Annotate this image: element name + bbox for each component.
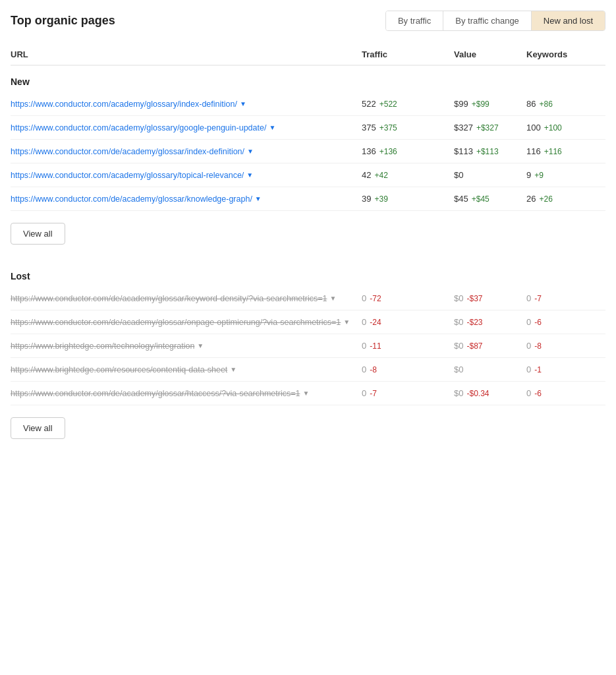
value-cell: $0 -$37 [454, 293, 526, 303]
value-cell: $327 +$327 [454, 123, 526, 132]
chevron-down-icon[interactable]: ▼ [329, 295, 336, 302]
lost-view-all-button[interactable]: View all [11, 417, 65, 439]
tab-by-traffic[interactable]: By traffic [386, 11, 443, 30]
keywords-change: +116 [544, 147, 562, 156]
url-link[interactable]: https://www.brightedge.com/technology/in… [11, 341, 194, 351]
keywords-cell: 86 +86 [526, 99, 605, 109]
tab-group: By traffic By traffic change New and los… [385, 11, 605, 31]
keywords-cell: 0 -1 [526, 365, 605, 374]
keywords-value: 26 [526, 194, 536, 204]
tab-new-and-lost[interactable]: New and lost [532, 11, 605, 30]
chevron-down-icon[interactable]: ▼ [197, 342, 204, 349]
keywords-value: 0 [526, 293, 531, 303]
value-amount: $99 [454, 99, 468, 109]
table-row: https://www.conductor.com/academy/glossa… [11, 92, 605, 116]
new-view-all-button[interactable]: View all [11, 223, 65, 245]
value-change: -$0.34 [466, 389, 489, 398]
traffic-value: 522 [362, 99, 376, 109]
traffic-cell: 375 +375 [362, 123, 454, 132]
traffic-value: 0 [362, 365, 366, 374]
traffic-value: 39 [362, 194, 371, 204]
keywords-change: -8 [534, 341, 542, 351]
value-change: +$327 [476, 123, 499, 132]
lost-section-label: Lost [11, 271, 605, 281]
value-change: +$99 [472, 100, 490, 109]
traffic-change: +522 [379, 100, 397, 109]
traffic-change: +136 [379, 147, 397, 156]
chevron-down-icon[interactable]: ▼ [269, 124, 275, 131]
traffic-value: 0 [362, 388, 366, 398]
table-row: https://www.conductor.com/de/academy/glo… [11, 287, 605, 310]
traffic-change: +42 [374, 171, 387, 180]
chevron-down-icon[interactable]: ▼ [246, 171, 253, 179]
page-header: Top organic pages By traffic By traffic … [11, 11, 605, 31]
traffic-value: 0 [362, 317, 366, 327]
chevron-down-icon[interactable]: ▼ [240, 100, 246, 107]
keywords-change: +26 [539, 194, 552, 204]
chevron-down-icon[interactable]: ▼ [302, 390, 309, 397]
value-cell: $113 +$113 [454, 146, 526, 156]
value-amount: $0 [454, 317, 463, 327]
value-cell: $0 [454, 365, 526, 374]
traffic-value: 136 [362, 146, 376, 156]
traffic-cell: 0 -8 [362, 365, 454, 374]
chevron-down-icon[interactable]: ▼ [255, 195, 262, 202]
value-amount: $327 [454, 123, 473, 132]
table-row: https://www.conductor.com/de/academy/glo… [11, 187, 605, 211]
keywords-cell: 0 -7 [526, 293, 605, 303]
value-cell: $0 -$87 [454, 341, 526, 351]
table-row: https://www.conductor.com/de/academy/glo… [11, 310, 605, 334]
value-amount: $0 [454, 341, 463, 351]
keywords-value: 116 [526, 146, 541, 156]
value-amount: $0 [454, 365, 463, 374]
value-cell: $99 +$99 [454, 99, 526, 109]
chevron-down-icon[interactable]: ▼ [247, 148, 254, 155]
traffic-change: -7 [370, 389, 377, 398]
url-cell: https://www.conductor.com/academy/glossa… [11, 100, 362, 109]
url-link[interactable]: https://www.conductor.com/de/academy/glo… [11, 194, 252, 204]
url-link[interactable]: https://www.conductor.com/de/academy/glo… [11, 294, 327, 303]
keywords-cell: 0 -6 [526, 317, 605, 327]
keywords-change: +86 [539, 100, 552, 109]
url-link[interactable]: https://www.conductor.com/academy/glossa… [11, 171, 244, 180]
traffic-cell: 0 -24 [362, 317, 454, 327]
traffic-value: 42 [362, 170, 371, 180]
table-row: https://www.conductor.com/de/academy/glo… [11, 382, 605, 405]
keywords-cell: 0 -8 [526, 341, 605, 351]
keywords-change: +9 [534, 171, 544, 180]
keywords-cell: 0 -6 [526, 388, 605, 398]
page-title: Top organic pages [11, 14, 115, 28]
value-change: -$23 [466, 318, 482, 327]
url-link[interactable]: https://www.conductor.com/de/academy/glo… [11, 389, 300, 398]
traffic-change: -72 [370, 294, 381, 303]
url-cell: https://www.conductor.com/de/academy/glo… [11, 294, 362, 303]
url-link[interactable]: https://www.conductor.com/academy/glossa… [11, 123, 266, 132]
keywords-change: +100 [544, 123, 562, 132]
value-amount: $45 [454, 194, 468, 204]
chevron-down-icon[interactable]: ▼ [343, 318, 350, 326]
traffic-value: 0 [362, 293, 366, 303]
new-section-label: New [11, 76, 605, 87]
traffic-change: +39 [374, 194, 387, 204]
url-link[interactable]: https://www.conductor.com/de/academy/glo… [11, 318, 341, 327]
table-row: https://www.brightedge.com/resources/con… [11, 358, 605, 382]
url-link[interactable]: https://www.conductor.com/academy/glossa… [11, 100, 237, 109]
keywords-cell: 100 +100 [526, 123, 605, 132]
traffic-cell: 136 +136 [362, 146, 454, 156]
url-link[interactable]: https://www.conductor.com/de/academy/glo… [11, 147, 244, 156]
traffic-cell: 39 +39 [362, 194, 454, 204]
traffic-cell: 0 -11 [362, 341, 454, 351]
url-cell: https://www.brightedge.com/resources/con… [11, 365, 362, 374]
keywords-value: 100 [526, 123, 541, 132]
table-row: https://www.conductor.com/academy/glossa… [11, 116, 605, 140]
url-cell: https://www.conductor.com/de/academy/glo… [11, 318, 362, 327]
keywords-value: 0 [526, 388, 531, 398]
chevron-down-icon[interactable]: ▼ [230, 366, 237, 373]
url-link[interactable]: https://www.brightedge.com/resources/con… [11, 365, 227, 374]
value-change: -$87 [466, 341, 482, 351]
keywords-value: 0 [526, 317, 531, 327]
tab-by-traffic-change[interactable]: By traffic change [443, 11, 532, 30]
value-change: +$113 [476, 147, 499, 156]
url-cell: https://www.conductor.com/academy/glossa… [11, 171, 362, 180]
keywords-cell: 9 +9 [526, 170, 605, 180]
